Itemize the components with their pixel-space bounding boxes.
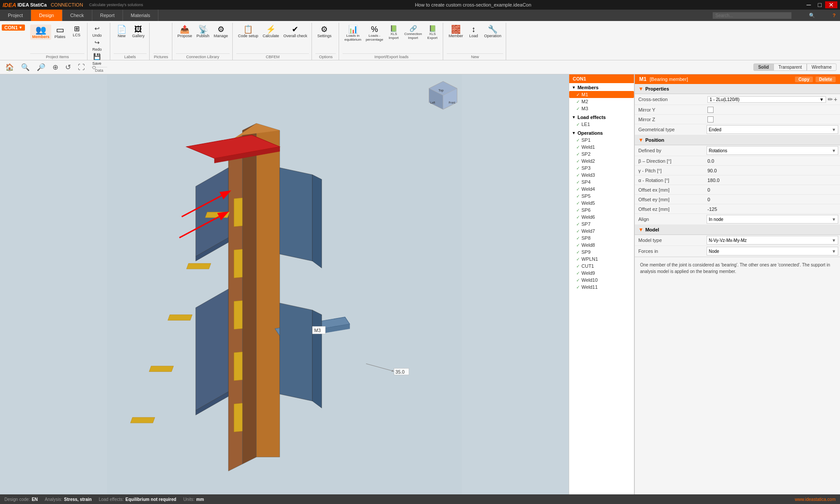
loads-in-eq-button[interactable]: 📊 Loads inequilibrium [343,24,363,42]
connection-import-button[interactable]: 🔗 ConnectionImport [402,24,424,41]
viewport[interactable]: Production cost · 66 € [0,74,569,494]
view-wireframe[interactable]: Wireframe [807,63,836,71]
zoom-window-tool[interactable]: 🔎 [35,62,47,72]
position-section-header[interactable]: ▼ Position [635,135,840,145]
import-export-label: Import/Export loads [343,53,440,59]
overall-check-button[interactable]: ✔ Overall check [282,24,309,39]
home-tool[interactable]: 🏠 [4,62,16,72]
operations-section-header[interactable]: ▼ Operations [569,130,634,136]
manage-button[interactable]: ⚙ Manage [212,24,230,39]
tab-design[interactable]: Design [31,10,62,21]
tree-item-weld3[interactable]: ✓Weld3 [569,172,634,178]
redo-button[interactable]: ↪Redo [91,38,103,52]
tree-item-cut1[interactable]: ✓CUT1 [569,262,634,270]
tree-item-weld1[interactable]: ✓Weld1 [569,144,634,150]
tree-item-weld8[interactable]: ✓Weld8 [569,242,634,248]
tree-item-le1[interactable]: ✓ LE1 [569,121,634,128]
tree-item-sp2[interactable]: ✓SP2 [569,150,634,158]
xls-import-button[interactable]: 📗 XLSImport [386,24,402,41]
tree-item-weld11[interactable]: ✓Weld11 [569,284,634,290]
tree-item-sp8[interactable]: ✓SP8 [569,234,634,242]
con1-badge[interactable]: CON1▼ [2,24,25,31]
view-circle-tool[interactable]: ○ [90,63,98,72]
tree-item-sp4[interactable]: ✓SP4 [569,178,634,186]
propose-button[interactable]: 📤 Propose [176,24,194,39]
mirror-y-checkbox[interactable] [707,107,714,113]
operation-button[interactable]: 🔧 Operation [482,24,503,39]
defined-by-select[interactable]: Rotations ▼ [707,146,838,155]
minimize-button[interactable]: ─ [803,1,815,8]
model-type-select[interactable]: N-Vy-Vz-Mx-My-Mz ▼ [707,236,838,245]
rotate-tool[interactable]: ↺ [63,62,73,72]
search-icon[interactable]: 🔍 [809,13,815,18]
calculate-button[interactable]: ⚡ Calculate [261,24,281,39]
tree-item-m2[interactable]: ✓ M2 [569,98,634,105]
forces-in-label: Forces in [635,247,705,255]
tree-item-sp1[interactable]: ✓SP1 [569,136,634,144]
undo-button[interactable]: ↩Undo [91,24,103,38]
load-effects-collapse-arrow: ▼ [572,115,576,119]
tree-item-m3[interactable]: ✓ M3 [569,105,634,112]
publish-button[interactable]: 📡 Publish [195,24,211,39]
props-copy-button[interactable]: Copy [795,77,813,82]
edit-cross-section-icon[interactable]: ✏ [828,96,833,103]
tree-item-weld4[interactable]: ✓Weld4 [569,186,634,192]
close-button[interactable]: ✕ [825,1,837,8]
settings-button[interactable]: ⚙ Settings [315,24,333,39]
fit-tool[interactable]: ⛶ [76,63,87,72]
new-label-button[interactable]: 📄 New [114,24,130,39]
website-url[interactable]: www.ideastatica.com [795,497,836,502]
tree-item-weld2[interactable]: ✓Weld2 [569,158,634,164]
svg-text:Top: Top [438,88,444,92]
search-input[interactable] [713,12,791,19]
mirror-z-checkbox[interactable] [707,116,714,122]
forces-in-select[interactable]: Node ▼ [707,247,838,256]
props-delete-button[interactable]: Delete [816,77,836,82]
align-select[interactable]: In node ▼ [707,215,838,224]
help-icon[interactable]: ? [833,13,836,18]
members-section-header[interactable]: ▼ Members [569,84,634,91]
tree-item-weld5[interactable]: ✓Weld5 [569,200,634,206]
cross-section-select[interactable]: 1 - 2Lu(L120/8) ▼ [707,96,826,103]
svg-marker-25 [280,303,312,401]
loads-pct-button[interactable]: % Loads -percentage [364,24,385,42]
tab-project[interactable]: Project [0,10,31,21]
load-button[interactable]: ↕ Load [466,24,481,39]
tree-item-wpln1[interactable]: ✓WPLN1 [569,256,634,262]
tab-materials[interactable]: Materials [123,10,159,21]
options-label: Options [315,53,336,59]
ribbon-group-connection-library: 📤 Propose 📡 Publish ⚙ Manage Connection … [173,23,233,60]
geometrical-type-select[interactable]: Ended ▼ [707,125,838,134]
properties-section-header[interactable]: ▼ Properties [635,84,840,94]
members-button[interactable]: 👥 Members [30,24,51,40]
pan-tool[interactable]: ⊕ [51,62,60,72]
tree-item-sp5[interactable]: ✓SP5 [569,192,634,200]
model-collapse-icon: ▼ [638,227,644,233]
window-controls[interactable]: ─ □ ✕ [803,1,837,8]
lcs-button[interactable]: ⊞ LCS [69,24,84,38]
tree-item-weld10[interactable]: ✓Weld10 [569,276,634,284]
tree-item-sp3[interactable]: ✓SP3 [569,164,634,172]
tree-item-sp6[interactable]: ✓SP6 [569,206,634,214]
zoom-tool[interactable]: 🔍 [19,62,32,72]
code-setup-button[interactable]: 📋 Code setup [236,24,260,39]
member-button[interactable]: 🧱 Member [447,24,465,39]
tab-report[interactable]: Report [92,10,123,21]
gallery-button[interactable]: 🖼 Gallery [130,24,147,39]
add-cross-section-icon[interactable]: + [834,96,837,103]
tree-item-weld7[interactable]: ✓Weld7 [569,228,634,234]
view-transparent[interactable]: Transparent [774,63,807,71]
tree-item-sp9[interactable]: ✓SP9 [569,248,634,256]
tree-item-m1[interactable]: ✓ M1 [569,91,634,98]
tree-item-weld9[interactable]: ✓Weld9 [569,270,634,276]
model-section-header[interactable]: ▼ Model [635,225,840,235]
maximize-button[interactable]: □ [815,1,825,8]
view-solid[interactable]: Solid [753,63,774,71]
tree-item-weld6[interactable]: ✓Weld6 [569,214,634,220]
xls-export-button[interactable]: 📗 XLSExport [424,24,440,41]
svg-text:Left: Left [430,101,435,104]
load-effects-section-header[interactable]: ▼ Load effects [569,114,634,121]
tab-check[interactable]: Check [63,10,92,21]
tree-item-sp7[interactable]: ✓SP7 [569,220,634,228]
plates-button[interactable]: ▭ Plates [52,24,68,40]
